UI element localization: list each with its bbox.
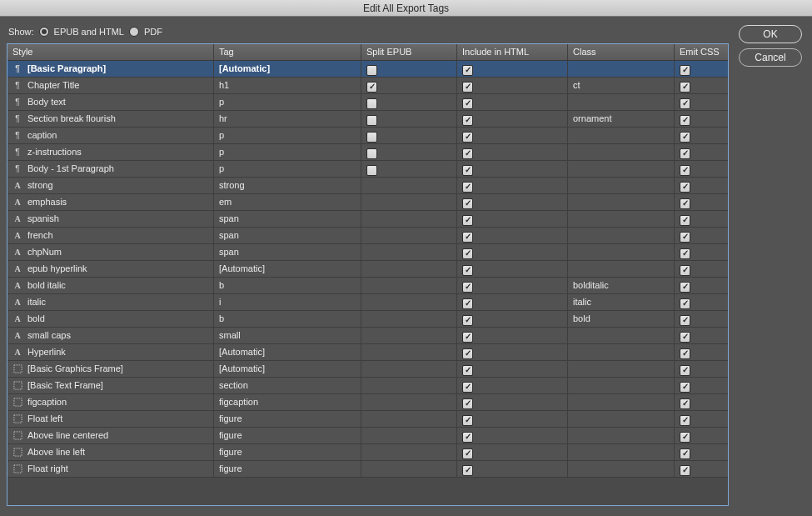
class-cell[interactable]	[568, 128, 675, 143]
class-cell[interactable]	[568, 178, 675, 193]
class-cell[interactable]	[568, 461, 675, 477]
style-cell[interactable]: Hyperlink	[7, 344, 214, 360]
class-cell[interactable]	[568, 344, 675, 360]
tag-cell[interactable]: p	[214, 128, 361, 143]
emit-css-checkbox[interactable]	[680, 332, 690, 343]
split-epub-checkbox[interactable]	[366, 98, 377, 109]
style-cell[interactable]: [Basic Text Frame]	[7, 378, 214, 393]
table-row[interactable]: bold italicbbolditalic	[7, 278, 728, 294]
class-cell[interactable]: ct	[568, 78, 675, 93]
style-cell[interactable]: Body - 1st Paragraph	[7, 161, 214, 177]
split-epub-checkbox[interactable]	[366, 165, 377, 176]
emit-css-checkbox[interactable]	[680, 82, 690, 93]
include-html-checkbox[interactable]	[462, 265, 473, 276]
table-row[interactable]: Above line leftfigure	[7, 444, 728, 461]
tag-cell[interactable]: hr	[214, 111, 361, 127]
style-cell[interactable]: caption	[7, 128, 214, 143]
style-cell[interactable]: Float left	[7, 411, 214, 427]
emit-css-checkbox[interactable]	[680, 315, 690, 326]
include-html-checkbox[interactable]	[462, 465, 473, 476]
column-header-emit-css[interactable]: Emit CSS	[675, 44, 728, 60]
class-cell[interactable]	[568, 411, 675, 427]
table-row[interactable]: Float leftfigure	[7, 411, 728, 428]
include-html-checkbox[interactable]	[462, 132, 473, 143]
class-cell[interactable]	[568, 228, 675, 243]
column-header-class[interactable]: Class	[568, 44, 675, 60]
table-row[interactable]: epub hyperlink[Automatic]	[7, 261, 728, 278]
table-row[interactable]: Above line centeredfigure	[7, 428, 728, 444]
include-html-checkbox[interactable]	[462, 148, 473, 159]
table-row[interactable]: strongstrong	[7, 178, 728, 194]
tag-cell[interactable]: [Automatic]	[214, 344, 361, 360]
class-cell[interactable]	[568, 61, 675, 77]
emit-css-checkbox[interactable]	[680, 398, 690, 409]
emit-css-checkbox[interactable]	[680, 432, 690, 443]
table-row[interactable]: frenchspan	[7, 228, 728, 244]
class-cell[interactable]: bold	[568, 311, 675, 327]
tag-cell[interactable]: h1	[214, 78, 361, 93]
style-cell[interactable]: [Basic Graphics Frame]	[7, 361, 214, 377]
column-header-include-html[interactable]: Include in HTML	[457, 44, 568, 60]
emit-css-checkbox[interactable]	[680, 265, 690, 276]
tag-cell[interactable]: [Automatic]	[214, 61, 361, 77]
include-html-checkbox[interactable]	[462, 332, 473, 343]
emit-css-checkbox[interactable]	[680, 148, 690, 159]
table-row[interactable]: Body textp	[7, 94, 728, 111]
tag-cell[interactable]: b	[214, 278, 361, 293]
class-cell[interactable]	[568, 328, 675, 343]
table-row[interactable]: [Basic Paragraph][Automatic]	[7, 61, 728, 78]
tag-cell[interactable]: figure	[214, 444, 361, 460]
class-cell[interactable]	[568, 261, 675, 277]
include-html-checkbox[interactable]	[462, 415, 473, 426]
style-cell[interactable]: chpNum	[7, 244, 214, 260]
class-cell[interactable]	[568, 394, 675, 410]
emit-css-checkbox[interactable]	[680, 98, 690, 109]
tag-cell[interactable]: p	[214, 94, 361, 110]
split-epub-checkbox[interactable]	[366, 115, 377, 126]
column-header-tag[interactable]: Tag	[214, 44, 361, 60]
split-epub-checkbox[interactable]	[366, 65, 377, 76]
include-html-checkbox[interactable]	[462, 215, 473, 226]
table-row[interactable]: Section break flourishhrornament	[7, 111, 728, 128]
radio-pdf-label[interactable]: PDF	[144, 27, 162, 37]
class-cell[interactable]	[568, 378, 675, 393]
style-cell[interactable]: Section break flourish	[7, 111, 214, 127]
cancel-button[interactable]: Cancel	[739, 48, 802, 67]
table-row[interactable]: italiciitalic	[7, 294, 728, 311]
split-epub-checkbox[interactable]	[366, 132, 377, 143]
emit-css-checkbox[interactable]	[680, 132, 690, 143]
style-cell[interactable]: epub hyperlink	[7, 261, 214, 277]
include-html-checkbox[interactable]	[462, 198, 473, 209]
emit-css-checkbox[interactable]	[680, 115, 690, 126]
style-cell[interactable]: Above line centered	[7, 428, 214, 443]
emit-css-checkbox[interactable]	[680, 232, 690, 243]
emit-css-checkbox[interactable]	[680, 415, 690, 426]
class-cell[interactable]	[568, 361, 675, 377]
emit-css-checkbox[interactable]	[680, 448, 690, 459]
table-row[interactable]: small capssmall	[7, 328, 728, 344]
include-html-checkbox[interactable]	[462, 382, 473, 393]
style-cell[interactable]: figcaption	[7, 394, 214, 410]
tag-cell[interactable]: i	[214, 294, 361, 310]
tag-cell[interactable]: em	[214, 194, 361, 210]
style-cell[interactable]: Float right	[7, 461, 214, 477]
include-html-checkbox[interactable]	[462, 232, 473, 243]
include-html-checkbox[interactable]	[462, 448, 473, 459]
class-cell[interactable]	[568, 94, 675, 110]
style-cell[interactable]: Body text	[7, 94, 214, 110]
emit-css-checkbox[interactable]	[680, 382, 690, 393]
class-cell[interactable]	[568, 144, 675, 160]
table-row[interactable]: Float rightfigure	[7, 461, 728, 478]
class-cell[interactable]	[568, 211, 675, 227]
include-html-checkbox[interactable]	[462, 98, 473, 109]
style-cell[interactable]: Above line left	[7, 444, 214, 460]
tag-cell[interactable]: figure	[214, 428, 361, 443]
class-cell[interactable]: bolditalic	[568, 278, 675, 293]
table-row[interactable]: spanishspan	[7, 211, 728, 228]
table-row[interactable]: chpNumspan	[7, 244, 728, 261]
tag-cell[interactable]: figcaption	[214, 394, 361, 410]
emit-css-checkbox[interactable]	[680, 298, 690, 309]
class-cell[interactable]	[568, 194, 675, 210]
table-row[interactable]: emphasisem	[7, 194, 728, 211]
class-cell[interactable]: ornament	[568, 111, 675, 127]
